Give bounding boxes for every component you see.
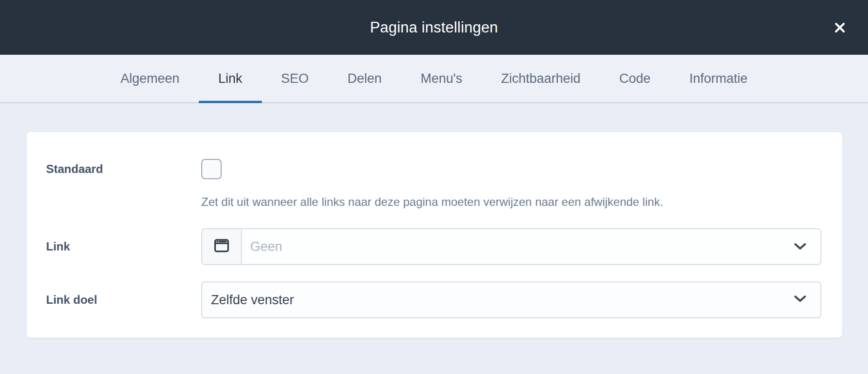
tab-bar: Algemeen Link SEO Delen Menu's Zichtbaar… [0,55,868,103]
standaard-checkbox[interactable] [201,159,222,179]
link-picker-button[interactable] [202,229,242,264]
link-doel-select[interactable]: Zelfde venster [201,281,821,318]
standaard-row: Standaard Zet dit uit wanneer alle links… [46,159,821,209]
tab-link[interactable]: Link [199,55,262,102]
tab-panel-link: Standaard Zet dit uit wanneer alle links… [0,103,868,374]
link-row: Link [46,228,821,265]
close-button[interactable] [825,13,854,42]
settings-card: Standaard Zet dit uit wanneer alle links… [27,132,842,338]
tab-zichtbaarheid[interactable]: Zichtbaarheid [482,55,600,102]
standaard-label: Standaard [46,159,201,209]
link-doel-selected-value: Zelfde venster [211,293,294,308]
modal-header: Pagina instellingen [0,0,868,55]
tab-informatie[interactable]: Informatie [670,55,767,102]
link-input-group [201,228,821,265]
modal-title: Pagina instellingen [370,19,498,36]
link-label: Link [46,228,201,265]
link-chevron-down-icon [793,229,820,264]
link-doel-chevron-down-icon [793,295,807,305]
link-input[interactable] [242,229,793,264]
link-doel-row: Link doel Zelfde venster [46,281,821,318]
tab-code[interactable]: Code [600,55,670,102]
tab-delen[interactable]: Delen [328,55,402,102]
tab-menus[interactable]: Menu's [401,55,482,102]
tab-algemeen[interactable]: Algemeen [101,55,199,102]
tab-seo[interactable]: SEO [262,55,328,102]
page-settings-modal: Pagina instellingen Algemeen Link SEO De… [0,0,868,374]
standaard-help-text: Zet dit uit wanneer alle links naar deze… [201,195,821,209]
close-icon [833,21,847,34]
browser-window-icon [212,236,231,257]
link-doel-label: Link doel [46,281,201,318]
